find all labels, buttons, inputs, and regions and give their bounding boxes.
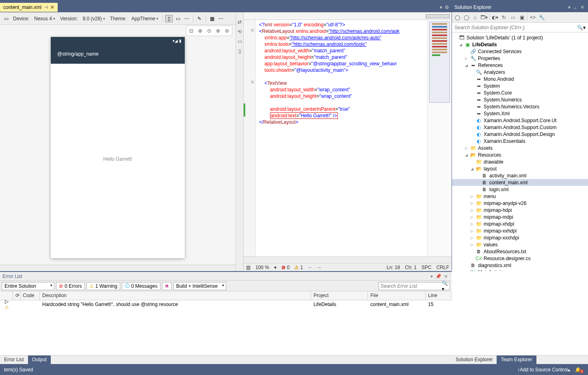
xaml-filter-icon[interactable]: ✖ — [162, 282, 172, 290]
tree-mipmap[interactable]: ▷📁mipmap-hdpi — [452, 207, 588, 213]
error-count[interactable]: 0 — [287, 265, 290, 270]
tree-ref[interactable]: ▪▪System.Numerics.Vectors — [452, 103, 588, 110]
close-icon[interactable]: ✕ — [579, 4, 586, 10]
tree-diagnostics[interactable]: 🗎diagnostics.xml — [452, 262, 588, 269]
tree-resource-designer[interactable]: C#Resource.designer.cs — [452, 255, 588, 262]
solution-tree[interactable]: 🗔Solution 'LifeDetails' (1 of 1 project)… — [452, 32, 588, 271]
portrait-icon[interactable]: ▯ — [165, 15, 173, 22]
zoom-in-icon[interactable]: ⊕ — [214, 27, 222, 35]
tree-ref[interactable]: 🔍Analyzers — [452, 69, 588, 75]
show-all-icon[interactable]: ▣ — [518, 14, 525, 21]
nav-fwd-icon[interactable]: → — [317, 265, 322, 270]
warning-count[interactable]: 1 — [300, 265, 303, 270]
expand-icon[interactable]: ▯ — [238, 48, 241, 54]
errors-filter[interactable]: ⊘0 Errors — [56, 282, 85, 290]
tree-ref[interactable]: ▪▪Mono.Android — [452, 75, 588, 82]
tree-layout-file[interactable]: 🗎login.xml — [452, 186, 588, 193]
device-dropdown[interactable]: Nexus 4 — [32, 15, 57, 22]
split-toggle-icon[interactable]: ▥ — [246, 265, 251, 270]
tab-content-main[interactable]: content_main.xml ⊣ ✕ — [0, 3, 58, 12]
error-row[interactable]: ▷ ⚠ Hardcoded string "Hello Garrett!", s… — [0, 300, 452, 308]
tree-menu[interactable]: ▷📁menu — [452, 193, 588, 200]
horizontal-scrollbar[interactable] — [0, 265, 236, 271]
phone-preview[interactable]: ▾◢ ▮ @string/app_name Hello Garrett! — [51, 37, 185, 258]
tree-drawable[interactable]: 📁drawable — [452, 158, 588, 165]
code-editor[interactable]: ⊟ ⊟ <?xml version="1.0" encoding="utf-8"… — [244, 13, 452, 271]
source-control-button[interactable]: Add to Source Control — [520, 367, 568, 373]
sync-icon[interactable]: 🗔▾ — [480, 14, 488, 21]
tree-resources[interactable]: ◢📂Resources — [452, 151, 588, 158]
nav-back-icon[interactable]: ← — [308, 265, 313, 270]
tree-mipmap[interactable]: ▷📁mipmap-xxxhdpi — [452, 234, 588, 241]
code-icon[interactable]: <> — [529, 14, 536, 21]
solution-search[interactable]: 🔍 ▾ — [452, 23, 588, 32]
tree-layout-file[interactable]: 🗎content_main.xml — [452, 179, 588, 186]
pointer-icon[interactable]: ▭ — [2, 15, 10, 22]
tree-references[interactable]: ◢▪▪References — [452, 62, 588, 69]
tree-main-activity[interactable]: ▷C#MainActivity.cs — [452, 269, 588, 271]
landscape-icon[interactable]: ▭ — [174, 15, 182, 22]
theme-dropdown[interactable]: AppTheme — [130, 15, 160, 22]
collapse-icon[interactable]: ▭ — [509, 14, 517, 21]
search-input[interactable] — [454, 25, 577, 30]
version-dropdown[interactable]: 9.0 (v28) — [81, 15, 106, 22]
target-icon[interactable]: ⊡ — [187, 27, 195, 35]
tab-team-explorer[interactable]: Team Explorer — [497, 356, 536, 364]
tree-values[interactable]: ▷📁values — [452, 241, 588, 248]
ellipsis-icon[interactable]: ⋯ — [217, 15, 225, 22]
tree-ref[interactable]: ▪▪System.Core — [452, 89, 588, 96]
build-filter-dropdown[interactable]: Build + IntelliSense — [173, 282, 226, 290]
pin-icon[interactable]: ⊣ — [44, 4, 48, 10]
tree-assets[interactable]: ▷📁Assets — [452, 144, 588, 151]
ellipsis-icon[interactable]: ⋯ — [183, 15, 190, 22]
dropdown-icon[interactable]: ▾ — [567, 4, 572, 10]
tree-mipmap[interactable]: ▷📁mipmap-xhdpi — [452, 220, 588, 227]
close-icon[interactable]: ✕ — [443, 274, 449, 279]
scope-dropdown[interactable]: Entire Solution — [2, 282, 54, 290]
eol-indicator[interactable]: CRLF — [437, 265, 449, 270]
tree-ref[interactable]: ◐Xamarin.Essentials — [452, 138, 588, 144]
pin-icon[interactable]: 📌 — [434, 274, 443, 279]
collapse-icon[interactable]: ▭ — [238, 39, 242, 44]
grid-icon[interactable]: ▦ — [208, 15, 216, 22]
tree-properties[interactable]: ▷🔧Properties — [452, 55, 588, 62]
dropdown-icon[interactable]: ▾ — [440, 4, 442, 10]
warnings-filter[interactable]: ⚠1 Warning — [86, 282, 120, 290]
search-icon[interactable]: 🔍 — [577, 25, 583, 30]
xml-code[interactable]: <?xml version="1.0" encoding="utf-8"?> <… — [256, 20, 427, 256]
tree-project[interactable]: ◢▣LifeDetails — [452, 41, 588, 48]
error-search[interactable]: 🔍▾ — [378, 282, 450, 290]
swap-icon[interactable]: ⇄ — [238, 19, 242, 25]
back-icon[interactable]: ◯ — [454, 14, 461, 21]
code-scrollbar[interactable] — [244, 256, 452, 263]
fit-icon[interactable]: ⊕ — [196, 27, 204, 35]
gear-icon[interactable]: ⚙ — [445, 4, 449, 10]
tree-ref[interactable]: ◐Xamarin.Android.Support.Design — [452, 131, 588, 138]
dropdown-icon[interactable]: ▾ — [583, 25, 586, 30]
home-icon[interactable]: ⌂ — [471, 14, 479, 21]
tab-output[interactable]: Output — [28, 356, 51, 364]
zoom-dropdown-icon[interactable]: ▾ — [274, 265, 277, 270]
tree-ref[interactable]: ▪▪System.Numerics — [452, 96, 588, 103]
tab-solution-explorer[interactable]: Solution Explorer — [452, 356, 497, 364]
tree-solution-root[interactable]: 🗔Solution 'LifeDetails' (1 of 1 project) — [452, 34, 588, 41]
pin-icon[interactable]: ⫠ — [572, 4, 579, 10]
dropdown-icon[interactable]: ▴ — [568, 367, 570, 373]
tree-ref[interactable]: ▪▪System.Xml — [452, 110, 588, 117]
messages-filter[interactable]: ⓘ0 Messages — [122, 282, 160, 290]
split-handle[interactable] — [426, 14, 450, 18]
tree-mipmap[interactable]: ▷📁mipmap-xxhdpi — [452, 227, 588, 234]
scope-icon[interactable]: ◐▾ — [491, 14, 499, 21]
tree-layout-file[interactable]: 🗎activity_main.xml — [452, 172, 588, 179]
tree-mipmap[interactable]: ▷📁mipmap-anydpi-v26 — [452, 200, 588, 207]
tree-connected-services[interactable]: 🔗Connected Services — [452, 48, 588, 55]
refresh-icon[interactable]: ↻ — [500, 14, 508, 21]
tree-ref[interactable]: ▪▪System — [452, 82, 588, 89]
tree-mipmap[interactable]: ▷📁mipmap-mdpi — [452, 213, 588, 220]
zoom-level[interactable]: 100 % — [255, 265, 269, 270]
properties-icon[interactable]: 🔧 — [538, 14, 545, 21]
search-icon[interactable]: 🔍▾ — [442, 280, 448, 292]
spaces-indicator[interactable]: SPC — [422, 265, 432, 270]
close-icon[interactable]: ✕ — [50, 4, 54, 10]
tree-about-resources[interactable]: 🗎AboutResources.txt — [452, 248, 588, 255]
